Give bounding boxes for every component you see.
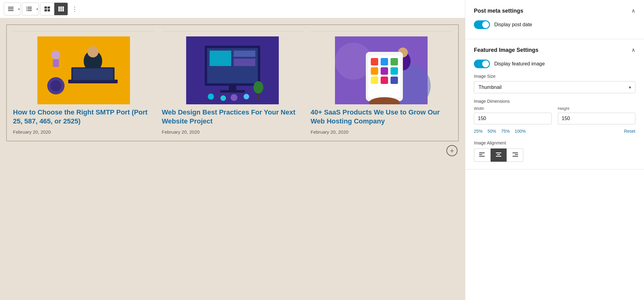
list-view-button[interactable] <box>4 3 18 15</box>
svg-rect-17 <box>60 8 62 10</box>
svg-rect-16 <box>58 8 60 10</box>
svg-rect-61 <box>391 77 398 84</box>
svg-rect-71 <box>512 156 518 157</box>
svg-rect-3 <box>27 7 32 8</box>
svg-rect-10 <box>48 6 50 9</box>
width-label: Width <box>474 106 552 111</box>
svg-rect-9 <box>44 6 47 9</box>
percent-50-button[interactable]: 50% <box>487 128 496 134</box>
svg-rect-13 <box>58 6 60 8</box>
svg-rect-21 <box>62 10 64 11</box>
layout-view-group <box>40 2 68 15</box>
svg-rect-27 <box>73 69 113 80</box>
image-size-select[interactable]: Thumbnail Medium Large Full Size <box>474 81 635 93</box>
posts-grid: How to Choose the Right SMTP Port (Port … <box>13 31 452 135</box>
display-post-date-toggle[interactable] <box>474 20 490 29</box>
text-view-group: ▾ <box>22 2 39 15</box>
svg-rect-38 <box>229 86 236 91</box>
posts-container: How to Choose the Right SMTP Port (Port … <box>6 24 459 141</box>
svg-rect-70 <box>515 154 518 155</box>
svg-point-30 <box>52 51 60 59</box>
featured-image-collapse-button[interactable]: ∧ <box>631 47 635 53</box>
image-size-label: Image Size <box>474 74 635 79</box>
post-image-2 <box>162 36 303 104</box>
svg-point-41 <box>220 95 226 101</box>
content-area: How to Choose the Right SMTP Port (Port … <box>0 18 465 300</box>
image-alignment-label: Image Alignment <box>474 140 635 145</box>
svg-rect-60 <box>381 77 388 84</box>
svg-rect-56 <box>371 67 378 75</box>
post-date-1: February 20, 2020 <box>13 129 154 135</box>
height-label: Height <box>558 106 636 111</box>
svg-point-45 <box>253 81 263 94</box>
svg-rect-11 <box>44 9 47 11</box>
add-btn-row: ＋ <box>6 141 459 157</box>
display-featured-image-label: Display featured image <box>494 61 545 67</box>
svg-rect-68 <box>496 156 501 157</box>
svg-rect-63 <box>479 152 485 153</box>
svg-rect-55 <box>391 58 398 65</box>
image-size-wrapper: Thumbnail Medium Large Full Size ▾ <box>474 81 635 93</box>
left-panel: ▾ ▾ ⋮ <box>0 0 465 300</box>
align-right-button[interactable] <box>507 148 523 162</box>
svg-rect-54 <box>381 58 388 65</box>
display-post-date-label: Display post date <box>494 22 532 27</box>
post-date-2: February 20, 2020 <box>162 129 303 135</box>
svg-rect-53 <box>371 58 378 65</box>
svg-rect-35 <box>210 51 231 66</box>
post-title-2: Web Design Best Practices For Your Next … <box>162 108 303 126</box>
post-meta-collapse-button[interactable]: ∧ <box>631 7 635 14</box>
svg-rect-20 <box>60 10 62 11</box>
width-input[interactable] <box>474 113 552 124</box>
svg-rect-31 <box>53 59 59 67</box>
percent-25-button[interactable]: 25% <box>474 128 483 134</box>
svg-rect-37 <box>234 59 255 66</box>
svg-rect-64 <box>479 154 482 155</box>
svg-point-29 <box>50 80 61 91</box>
svg-rect-7 <box>26 9 27 10</box>
percent-100-button[interactable]: 100% <box>515 128 526 134</box>
align-center-button[interactable] <box>491 148 507 162</box>
post-card-2: Web Design Best Practices For Your Next … <box>162 31 303 135</box>
svg-rect-12 <box>48 9 50 11</box>
toolbar: ▾ ▾ ⋮ <box>0 0 465 18</box>
text-view-dropdown[interactable]: ▾ <box>36 3 39 15</box>
svg-rect-66 <box>496 152 501 153</box>
svg-rect-14 <box>60 6 62 8</box>
svg-rect-39 <box>220 90 245 93</box>
text-view-button[interactable] <box>22 3 36 15</box>
svg-point-40 <box>208 94 214 100</box>
post-title-1: How to Choose the Right SMTP Port (Port … <box>13 108 154 126</box>
svg-rect-19 <box>58 10 60 11</box>
post-date-3: February 20, 2020 <box>311 129 452 135</box>
table-view-button[interactable] <box>40 3 54 15</box>
list-view-dropdown[interactable]: ▾ <box>18 3 20 15</box>
svg-rect-15 <box>62 6 64 8</box>
view-toggle-group: ▾ <box>4 2 21 15</box>
grid-view-button[interactable] <box>54 3 68 15</box>
height-input[interactable] <box>558 113 636 124</box>
svg-rect-69 <box>512 152 518 153</box>
post-card-3: 40+ SaaS Products We Use to Grow Our Web… <box>311 31 452 135</box>
percent-75-button[interactable]: 75% <box>501 128 510 134</box>
reset-dimensions-button[interactable]: Reset <box>624 129 635 134</box>
width-group: Width <box>474 106 552 124</box>
add-block-button[interactable]: ＋ <box>446 145 458 156</box>
display-featured-image-row: Display featured image <box>474 60 635 68</box>
post-meta-header: Post meta settings ∧ <box>474 7 635 14</box>
svg-rect-57 <box>381 67 388 75</box>
svg-rect-5 <box>27 10 32 11</box>
svg-rect-67 <box>497 154 500 155</box>
display-featured-image-toggle[interactable] <box>474 60 490 68</box>
svg-rect-1 <box>8 9 14 10</box>
svg-point-42 <box>231 94 237 101</box>
post-image-3 <box>311 36 452 104</box>
svg-rect-8 <box>26 10 27 11</box>
featured-image-settings-section: Featured Image Settings ∧ Display featur… <box>465 39 644 169</box>
svg-rect-59 <box>371 77 378 84</box>
more-options-button[interactable]: ⋮ <box>69 4 80 14</box>
svg-rect-65 <box>479 156 485 157</box>
align-left-button[interactable] <box>474 148 490 162</box>
post-card: How to Choose the Right SMTP Port (Port … <box>13 31 154 135</box>
image-dimensions-label: Image Dimensions <box>474 99 635 104</box>
